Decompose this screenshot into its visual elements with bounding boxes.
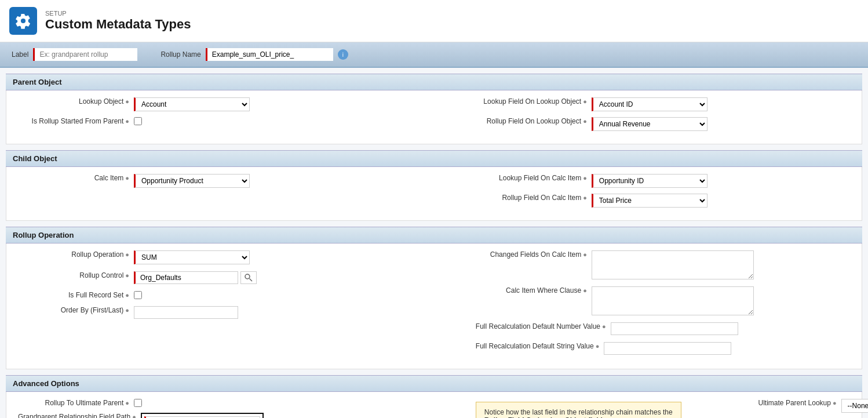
lookup-field-calc-row: Lookup Field On Calc Item ● Opportunity … — [476, 174, 850, 188]
lookup-field-calc-select[interactable]: Opportunity ID — [592, 174, 707, 188]
advanced-left-col: Rollup To Ultimate Parent ● Grandparent … — [18, 399, 476, 418]
advanced-options-body: Rollup To Ultimate Parent ● Grandparent … — [6, 392, 862, 418]
rollup-op-right: Changed Fields On Calc Item ● Calc Item … — [476, 250, 850, 362]
lookup-object-help-icon: ● — [125, 98, 129, 105]
header-text: SETUP Custom Metadata Types — [45, 10, 191, 32]
setup-label: SETUP — [45, 10, 191, 17]
rollup-control-help-icon: ● — [125, 272, 129, 279]
grandparent-help-icon: ● — [132, 413, 136, 418]
lookup-field-label: Lookup Field On Lookup Object ● — [476, 97, 592, 106]
search-icon — [244, 273, 253, 282]
svg-line-1 — [250, 279, 253, 282]
full-recalc-string-row: Full Recalculation Default String Value … — [476, 342, 850, 355]
rollup-field-calc-select[interactable]: Total Price — [592, 194, 707, 208]
lookup-field-row: Lookup Field On Lookup Object ● Account … — [476, 97, 850, 111]
parent-object-row1: Lookup Object ● Account Is Rollup Starte… — [18, 97, 850, 137]
full-recalc-number-help-icon: ● — [602, 323, 606, 330]
ultimate-parent-row: Ultimate Parent Lookup ● --None-- — [725, 399, 868, 413]
rollup-ultimate-checkbox[interactable] — [134, 399, 142, 407]
rollup-op-label: Rollup Operation ● — [18, 250, 134, 259]
parent-object-body: Lookup Object ● Account Is Rollup Starte… — [6, 90, 862, 144]
is-full-record-row: Is Full Record Set ● — [18, 291, 476, 299]
order-by-input[interactable] — [134, 306, 238, 319]
rollup-name-field-group: Rollup Name i — [161, 48, 348, 61]
is-rollup-label: Is Rollup Started From Parent ● — [18, 117, 134, 125]
full-recalc-number-row: Full Recalculation Default Number Value … — [476, 322, 850, 335]
advanced-right-col: Ultimate Parent Lookup ● --None-- Concat… — [725, 399, 868, 418]
label-field-label: Label — [12, 50, 28, 59]
child-object-body: Calc Item ● Opportunity Product Lookup F… — [6, 167, 862, 221]
full-recalc-string-label: Full Recalculation Default String Value … — [476, 342, 604, 350]
note-box: Notice how the last field in the relatio… — [476, 402, 681, 418]
calc-item-select[interactable]: Opportunity Product — [134, 174, 250, 188]
rollup-control-input[interactable] — [134, 271, 238, 284]
rollup-op-header: Rollup Operation — [6, 227, 862, 243]
changed-fields-row: Changed Fields On Calc Item ● — [476, 250, 850, 279]
rollup-name-info-button[interactable]: i — [338, 49, 348, 60]
rollup-field-calc-row: Rollup Field On Calc Item ● Total Price — [476, 194, 850, 208]
ultimate-parent-label: Ultimate Parent Lookup ● — [725, 399, 841, 407]
rollup-field-calc-label: Rollup Field On Calc Item ● — [476, 194, 592, 202]
rollup-control-wrap — [134, 271, 257, 284]
grandparent-label: Grandparent Relationship Field Path ● — [18, 413, 141, 418]
parent-object-section: Parent Object Lookup Object ● Account — [6, 74, 862, 144]
label-input[interactable] — [33, 48, 137, 61]
top-bar: Label Rollup Name i — [0, 42, 868, 68]
is-full-record-help-icon: ● — [125, 292, 129, 299]
changed-fields-help-icon: ● — [583, 251, 587, 258]
child-object-header: Child Object — [6, 150, 862, 167]
rollup-ultimate-row: Rollup To Ultimate Parent ● — [18, 399, 476, 407]
rollup-op-row: Rollup Operation ● SUM COUNT MIN MAX AVE… — [18, 250, 476, 264]
lookup-field-calc-help-icon: ● — [583, 175, 587, 181]
rollup-ultimate-help-icon: ● — [125, 399, 129, 406]
lookup-object-row: Lookup Object ● Account — [18, 97, 476, 111]
rollup-op-help-icon: ● — [125, 251, 129, 258]
full-recalc-number-label: Full Recalculation Default Number Value … — [476, 322, 611, 330]
parent-right-col: Lookup Field On Lookup Object ● Account … — [476, 97, 850, 137]
ultimate-parent-help-icon: ● — [833, 399, 837, 406]
lookup-object-select[interactable]: Account — [134, 97, 250, 111]
parent-left-col: Lookup Object ● Account Is Rollup Starte… — [18, 97, 476, 137]
child-object-row1: Calc Item ● Opportunity Product Lookup F… — [18, 174, 850, 213]
rollup-op-content: Rollup Operation ● SUM COUNT MIN MAX AVE… — [18, 250, 850, 362]
full-recalc-number-input[interactable] — [611, 322, 738, 335]
rollup-control-label: Rollup Control ● — [18, 271, 134, 279]
rollup-op-select[interactable]: SUM COUNT MIN MAX AVERAGE — [134, 250, 250, 264]
calc-where-textarea[interactable] — [592, 286, 754, 315]
rollup-name-input[interactable] — [206, 48, 333, 61]
changed-fields-label: Changed Fields On Calc Item ● — [476, 250, 592, 259]
lookup-field-calc-label: Lookup Field On Calc Item ● — [476, 174, 592, 182]
parent-object-header: Parent Object — [6, 74, 862, 90]
calc-item-help-icon: ● — [125, 175, 129, 181]
rollup-control-lookup-button[interactable] — [240, 271, 257, 284]
page-header: SETUP Custom Metadata Types — [0, 0, 868, 42]
full-recalc-string-input[interactable] — [604, 342, 731, 355]
svg-point-0 — [245, 274, 250, 279]
is-full-record-checkbox[interactable] — [134, 291, 142, 299]
rollup-ultimate-label: Rollup To Ultimate Parent ● — [18, 399, 134, 407]
calc-item-row: Calc Item ● Opportunity Product — [18, 174, 476, 188]
is-full-record-label: Is Full Record Set ● — [18, 291, 134, 299]
rollup-operation-section: Rollup Operation Rollup Operation ● SUM … — [6, 227, 862, 369]
order-by-help-icon: ● — [125, 307, 129, 314]
lookup-field-select[interactable]: Account ID — [592, 97, 707, 111]
is-rollup-row: Is Rollup Started From Parent ● — [18, 117, 476, 125]
advanced-options-section: Advanced Options Rollup To Ultimate Pare… — [6, 375, 862, 418]
order-by-row: Order By (First/Last) ● — [18, 306, 476, 319]
ultimate-parent-select[interactable]: --None-- — [841, 399, 868, 413]
lookup-field-help-icon: ● — [583, 98, 587, 105]
is-rollup-checkbox[interactable] — [134, 117, 142, 125]
rollup-field-select[interactable]: Annual Revenue — [592, 117, 707, 131]
setup-icon — [9, 7, 37, 35]
rollup-name-label: Rollup Name — [161, 50, 200, 59]
child-left-col: Calc Item ● Opportunity Product — [18, 174, 476, 213]
advanced-options-header: Advanced Options — [6, 375, 862, 392]
gear-icon — [15, 13, 31, 29]
rollup-op-left: Rollup Operation ● SUM COUNT MIN MAX AVE… — [18, 250, 476, 362]
main-content: Parent Object Lookup Object ● Account — [0, 74, 868, 418]
rollup-control-row: Rollup Control ● — [18, 271, 476, 284]
changed-fields-textarea[interactable] — [592, 250, 754, 279]
rollup-field-row: Rollup Field On Lookup Object ● Annual R… — [476, 117, 850, 131]
calc-item-label: Calc Item ● — [18, 174, 134, 182]
rollup-op-body: Rollup Operation ● SUM COUNT MIN MAX AVE… — [6, 243, 862, 369]
